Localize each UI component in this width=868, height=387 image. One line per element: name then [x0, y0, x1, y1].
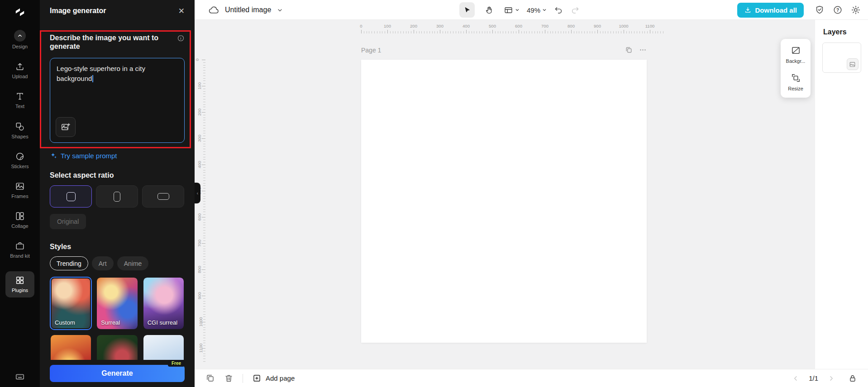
add-page-button[interactable]: Add page [252, 373, 295, 383]
resize-icon [791, 73, 801, 83]
app-sidebar: Design Upload Text Shapes Stickers Frame… [0, 0, 40, 387]
layer-thumbnail[interactable] [822, 42, 861, 73]
redo-icon[interactable] [570, 5, 580, 15]
text-cursor [92, 75, 93, 82]
sidebar-item-shapes[interactable]: Shapes [4, 122, 36, 140]
sidebar-item-label: Text [15, 104, 24, 109]
aspect-landscape-button[interactable] [142, 185, 184, 208]
sidebar-item-plugins[interactable]: Plugins [5, 271, 34, 297]
generate-button[interactable]: Generate [50, 365, 185, 382]
brand-kit-icon [15, 241, 25, 251]
square-ratio-icon [67, 192, 76, 201]
tab-art[interactable]: Art [92, 256, 114, 270]
undo-icon[interactable] [554, 5, 563, 15]
collage-icon [15, 211, 25, 221]
layers-panel: Layers [815, 20, 868, 369]
style-card-label: Surreal [101, 319, 120, 326]
cloud-save-icon[interactable] [208, 5, 219, 16]
design-icon [14, 30, 26, 42]
keyboard-shortcuts-icon[interactable] [15, 372, 25, 382]
prompt-label: Describe the image you want to generate [50, 33, 164, 51]
duplicate-page-icon[interactable] [625, 46, 633, 54]
panel-collapse-handle[interactable]: ‹ [195, 183, 200, 203]
duplicate-page-button-icon[interactable] [205, 373, 215, 383]
sparkle-icon [50, 152, 57, 160]
canvas-area[interactable]: 010020030040050060070080090010001100 010… [195, 20, 815, 369]
landscape-ratio-icon [157, 193, 169, 200]
next-page-icon[interactable] [827, 374, 835, 382]
zoom-level: 49% [527, 6, 540, 14]
resize-button[interactable]: Resize [782, 73, 809, 91]
sidebar-item-brand-kit[interactable]: Brand kit [4, 241, 36, 259]
tab-anime[interactable]: Anime [117, 256, 149, 270]
original-ratio-button[interactable]: Original [50, 214, 86, 229]
close-icon[interactable]: ✕ [178, 7, 185, 15]
try-sample-prompt-link[interactable]: Try sample prompt [50, 152, 185, 160]
prompt-input[interactable]: Lego-style superhero in a city backgroun… [50, 58, 185, 143]
download-all-button[interactable]: Download all [737, 3, 804, 18]
shapes-icon [15, 122, 25, 132]
hand-tool-button[interactable] [482, 2, 497, 18]
lock-icon[interactable] [848, 374, 857, 383]
style-card-custom[interactable]: Custom [50, 277, 92, 330]
resize-label: Resize [788, 86, 803, 91]
stickers-icon [15, 151, 25, 161]
delete-page-icon[interactable] [224, 373, 234, 383]
sidebar-item-label: Shapes [11, 134, 28, 140]
add-page-icon [252, 373, 262, 383]
tab-trending[interactable]: Trending [50, 256, 88, 270]
style-card-cgi-surreal[interactable]: CGI surreal [143, 277, 185, 330]
styles-label: Styles [50, 243, 185, 251]
style-tabs: Trending Art Anime [50, 256, 185, 270]
document-title[interactable]: Untitled image [225, 6, 271, 14]
sidebar-item-label: Frames [11, 194, 28, 199]
settings-gear-icon[interactable] [851, 5, 861, 15]
top-toolbar: Untitled image 49% [195, 0, 868, 20]
zoom-control[interactable]: 49% [527, 6, 547, 14]
portrait-ratio-icon [114, 192, 120, 202]
sidebar-item-frames[interactable]: Frames [4, 181, 36, 199]
app-logo-icon[interactable] [13, 5, 27, 19]
sidebar-item-text[interactable]: Text [4, 91, 36, 109]
download-all-label: Download all [755, 6, 797, 14]
text-icon [15, 91, 25, 101]
main-area: Untitled image 49% [195, 0, 868, 387]
background-remove-icon [791, 45, 801, 56]
divider [243, 374, 243, 383]
previous-page-icon[interactable] [792, 374, 800, 382]
page-indicator: 1/1 [809, 374, 818, 382]
bottom-bar: Add page 1/1 [195, 369, 868, 387]
info-icon[interactable] [177, 34, 185, 51]
background-button[interactable]: Backgr... [782, 45, 809, 64]
image-generator-panel: Image generator ✕ Describe the image you… [40, 0, 195, 387]
canvas-page[interactable] [361, 60, 647, 343]
panel-title: Image generator [50, 7, 106, 15]
sidebar-item-label: Collage [11, 223, 28, 229]
panel-footer: Free Generate [40, 360, 195, 387]
background-label: Backgr... [786, 58, 806, 64]
help-icon[interactable]: ? [833, 5, 843, 15]
layers-title: Layers [823, 28, 868, 36]
try-sample-prompt-label: Try sample prompt [61, 152, 117, 160]
shield-check-icon[interactable] [815, 5, 825, 15]
layout-grid-button[interactable] [504, 5, 520, 15]
sidebar-item-upload[interactable]: Upload [4, 61, 36, 80]
page-menu-dots-icon[interactable] [639, 46, 647, 54]
free-badge: Free [168, 360, 185, 367]
sidebar-item-design[interactable]: Design [4, 30, 36, 50]
sidebar-item-label: Plugins [12, 288, 28, 293]
aspect-portrait-button[interactable] [96, 185, 138, 208]
aspect-square-button[interactable] [50, 185, 92, 208]
select-tool-button[interactable] [459, 2, 475, 18]
add-reference-image-button[interactable] [56, 117, 76, 137]
frames-icon [15, 181, 25, 191]
aspect-ratio-label: Select aspect ratio [50, 171, 185, 179]
style-card-label: Custom [55, 319, 75, 326]
chevron-down-icon[interactable] [277, 7, 283, 14]
workspace: 010020030040050060070080090010001100 010… [195, 20, 868, 369]
sidebar-item-collage[interactable]: Collage [4, 211, 36, 229]
sidebar-item-stickers[interactable]: Stickers [4, 151, 36, 170]
plugins-icon [15, 275, 25, 285]
style-card-label: CGI surreal [148, 319, 177, 326]
style-card-surreal[interactable]: Surreal [96, 277, 138, 330]
